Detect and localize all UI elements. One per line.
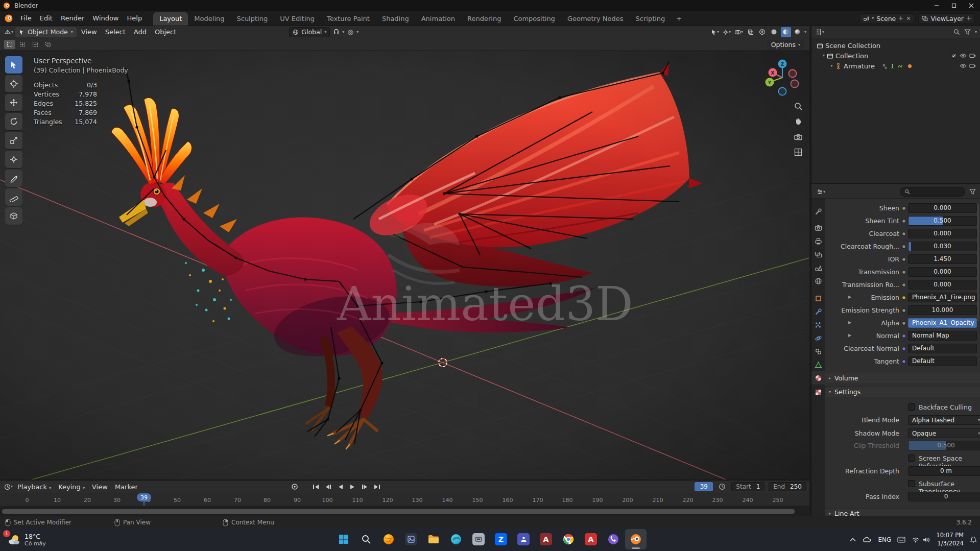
onedrive-cloud-icon[interactable] <box>863 537 872 543</box>
jump-to-start-button[interactable] <box>311 482 321 491</box>
cursor-tool[interactable] <box>5 75 22 92</box>
workspace-tab-geometry-nodes[interactable]: Geometry Nodes <box>561 12 630 26</box>
workspace-tab-rendering[interactable]: Rendering <box>461 12 507 26</box>
editor-type-properties-icon[interactable]: ▾ <box>816 187 826 197</box>
properties-tab-render[interactable] <box>811 221 825 234</box>
shading-solid-icon[interactable] <box>769 27 779 37</box>
xray-toggle-icon[interactable] <box>746 27 756 37</box>
clearcoat-roughness-slider[interactable]: 0.030 <box>908 242 977 251</box>
shadow-mode-dropdown[interactable]: Opaque▾ <box>908 428 980 438</box>
settings-panel-header[interactable]: ▾ Settings <box>825 387 980 397</box>
properties-tab-constraints[interactable] <box>811 345 825 358</box>
next-keyframe-button[interactable] <box>360 482 370 491</box>
snap-toggle[interactable] <box>331 27 341 37</box>
snipping-tool-icon[interactable] <box>468 529 489 549</box>
new-viewlayer-icon[interactable] <box>966 16 971 21</box>
new-scene-icon[interactable] <box>898 16 903 21</box>
workspace-tab-scripting[interactable]: Scripting <box>630 12 672 26</box>
chevron-down-icon[interactable]: ▾ <box>975 30 977 34</box>
prev-keyframe-button[interactable] <box>323 482 333 491</box>
scene-selector[interactable]: ▾ Scene ✕ <box>859 13 914 24</box>
properties-tab-modifiers[interactable] <box>811 305 825 318</box>
menu-window[interactable]: Window <box>88 11 123 26</box>
hide-eye-icon[interactable] <box>960 53 967 58</box>
properties-tab-material[interactable] <box>811 371 825 385</box>
transmission-roughness-input[interactable]: 0.000 <box>908 280 977 290</box>
scrollbar-thumb[interactable] <box>2 509 795 514</box>
render-camera-icon[interactable] <box>969 53 976 58</box>
tangent-field[interactable]: Default <box>908 356 977 366</box>
play-button[interactable] <box>348 482 358 491</box>
rotate-tool[interactable] <box>5 113 22 130</box>
search-icon[interactable] <box>355 529 377 549</box>
properties-tab-physics[interactable] <box>811 331 825 345</box>
normal-map-field[interactable]: Normal Map <box>908 331 977 341</box>
timeline-view-menu[interactable]: View <box>88 483 111 491</box>
shading-rendered-icon[interactable] <box>793 27 803 37</box>
mode-dropdown[interactable]: Object Mode ▾ <box>15 27 77 37</box>
measure-tool[interactable] <box>5 188 22 206</box>
viewport-menu-view[interactable]: View <box>78 28 101 36</box>
timeline-scrollbar[interactable] <box>0 506 809 517</box>
properties-scrollbar[interactable] <box>977 204 979 321</box>
clip-threshold-slider[interactable]: 0.500 <box>908 441 980 450</box>
workspace-tab-sculpting[interactable]: Sculpting <box>230 12 274 26</box>
move-tool[interactable] <box>5 94 22 111</box>
exclude-checkbox[interactable] <box>951 53 957 59</box>
sheen-input[interactable]: 0.000 <box>908 203 977 213</box>
viewport-menu-add[interactable]: Add <box>130 28 150 36</box>
minimize-button[interactable] <box>928 0 945 11</box>
outliner-row-armature[interactable]: ▸ Armature <box>811 61 980 71</box>
frame-start-field[interactable]: Start1 <box>731 482 764 491</box>
close-button[interactable] <box>963 0 980 11</box>
chrome-icon[interactable] <box>558 529 579 549</box>
menu-help[interactable]: Help <box>123 11 147 26</box>
firefox-icon[interactable] <box>378 529 399 549</box>
file-explorer-icon[interactable] <box>423 529 444 549</box>
pass-index-input[interactable]: 0 <box>908 492 980 501</box>
snap-options-chevron[interactable]: ▾ <box>342 30 344 34</box>
taskbar-clock[interactable]: 10:07 PM 1/3/2024 <box>936 532 964 547</box>
backface-culling-checkbox[interactable] <box>908 403 915 411</box>
expand-icon[interactable]: ▸ <box>831 64 833 68</box>
overlays-toggle-icon[interactable]: ▾ <box>733 27 744 37</box>
menu-render[interactable]: Render <box>57 11 88 26</box>
properties-search-input[interactable] <box>900 187 965 197</box>
timeline-ruler[interactable]: 0 10 20 30 40 50 60 70 80 90 100 110 120… <box>0 493 809 506</box>
sheen-tint-slider[interactable]: 0.500 <box>908 216 977 226</box>
emission-texture-field[interactable]: Phoenix_A1_Fire.png <box>908 293 977 302</box>
teams-icon[interactable] <box>513 529 534 549</box>
render-camera-icon[interactable] <box>969 63 976 68</box>
properties-tab-tool[interactable] <box>811 205 825 218</box>
gizmos-toggle-icon[interactable]: ▾ <box>722 27 732 37</box>
auto-keying-button[interactable] <box>290 482 300 491</box>
select-mode-extend-icon[interactable] <box>17 40 28 49</box>
alpha-texture-field[interactable]: Phoenix_A1_Opacity <box>908 318 977 328</box>
expand-icon[interactable]: ▾ <box>823 54 825 58</box>
camera-view-icon[interactable] <box>792 130 805 143</box>
outliner-row-scene-collection[interactable]: Scene Collection <box>811 40 980 51</box>
playback-menu[interactable]: Playback ▾ <box>14 483 55 491</box>
timeline-marker-menu[interactable]: Marker <box>111 483 141 491</box>
outliner-row-collection[interactable]: ▾ Collection <box>811 51 980 61</box>
proportional-editing-toggle[interactable]: ◎ <box>345 27 355 37</box>
maximize-button[interactable] <box>945 0 963 11</box>
frame-end-field[interactable]: End250 <box>769 482 806 491</box>
access-icon[interactable]: A <box>535 529 557 549</box>
edge-icon[interactable] <box>445 529 467 549</box>
workspace-tab-animation[interactable]: Animation <box>415 12 461 26</box>
refraction-depth-input[interactable]: 0 m <box>908 466 980 476</box>
viber-icon[interactable] <box>603 529 624 549</box>
workspace-tab-texture-paint[interactable]: Texture Paint <box>321 12 376 26</box>
shading-options-chevron[interactable]: ▾ <box>804 30 806 34</box>
properties-tab-output[interactable] <box>811 234 825 248</box>
workspace-tab-shading[interactable]: Shading <box>376 12 415 26</box>
blender-logo[interactable] <box>4 14 13 23</box>
notification-bell-icon[interactable] <box>970 536 977 543</box>
viewport-menu-select[interactable]: Select <box>102 28 129 36</box>
clearcoat-normal-field[interactable]: Default <box>908 344 977 353</box>
unlink-scene-icon[interactable]: ✕ <box>906 15 911 22</box>
add-workspace-button[interactable]: + <box>671 13 687 26</box>
photos-icon[interactable] <box>400 529 422 549</box>
jump-to-end-button[interactable] <box>372 482 383 491</box>
